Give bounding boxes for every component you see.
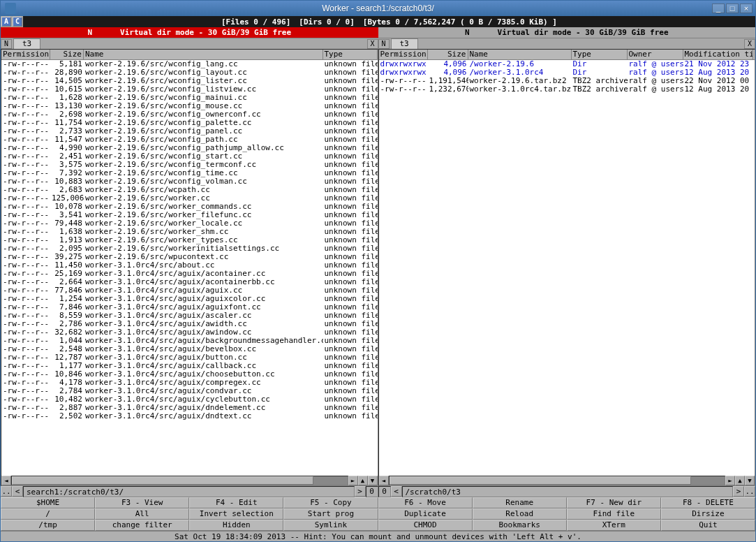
table-row[interactable]: -rw-r--r--2,683worker-2.19.6/src/wcpath.… [1,186,378,194]
cmd-xterm[interactable]: XTerm [567,520,661,531]
cmd-invert-selection[interactable]: Invert selection [189,508,283,520]
right-file-list[interactable]: drwxrwxrwx4,096/worker-2.19.6Dirralf @ u… [379,60,755,476]
path-history-right[interactable]: .. [744,486,755,497]
cmd-chmod[interactable]: CHMOD [378,520,473,531]
cmd-all[interactable]: All [95,508,189,520]
close-tab-right[interactable]: X [744,39,755,49]
scroll-down-icon[interactable]: ▼ [368,476,378,485]
cmd-find-file[interactable]: Find file [567,508,661,520]
table-row[interactable]: -rw-r--r--10,078worker-2.19.6/src/worker… [1,203,378,211]
path-back-right[interactable]: < [391,486,402,497]
close-button[interactable]: × [740,3,753,13]
table-row[interactable]: -rw-r--r--13,130worker-2.19.6/src/wconfi… [1,102,378,110]
path-back-left[interactable]: < [12,486,23,497]
col-size[interactable]: Size [428,50,468,59]
cmd-f4-edit[interactable]: F4 - Edit [189,497,283,508]
table-row[interactable]: -rw-r--r--3,541worker-2.19.6/src/worker_… [1,211,378,219]
table-row[interactable]: -rw-r--r--79,448worker-2.19.6/src/worker… [1,219,378,228]
col-type[interactable]: Type [572,50,628,59]
col-modification[interactable]: Modification ti [683,50,753,59]
table-row[interactable]: -rw-r--r--1,254worker-3.1.0rc4/src/aguix… [1,295,378,303]
table-row[interactable]: -rw-r--r--2,733worker-2.19.6/src/wconfig… [1,127,378,136]
close-tab-left[interactable]: X [367,39,378,49]
path-input-right[interactable] [402,486,734,497]
table-row[interactable]: -rw-r--r--2,095worker-2.19.6/src/workeri… [1,244,378,253]
table-row[interactable]: -rw-r--r--2,451worker-2.19.6/src/wconfig… [1,152,378,161]
left-file-list[interactable]: -rw-r--r--5,181worker-2.19.6/src/wconfig… [1,60,378,476]
table-row[interactable]: -rw-r--r--7,392worker-2.19.6/src/wconfig… [1,169,378,177]
cmd-hidden[interactable]: Hidden [189,520,283,531]
tab-left[interactable]: t3 [13,38,40,49]
table-row[interactable]: -rw-r--r--1,177worker-3.1.0rc4/src/aguix… [1,362,378,370]
scroll-h-left[interactable] [11,476,348,485]
table-row[interactable]: -rw-r--r--2,664worker-3.1.0rc4/src/aguix… [1,278,378,286]
new-tab-left[interactable]: N [1,39,12,49]
table-row[interactable]: -rw-r--r--11,754worker-2.19.6/src/wconfi… [1,119,378,127]
path-input-left[interactable] [23,486,355,497]
table-row[interactable]: drwxrwxrwx4,096/worker-3.1.0rc4Dirralf @… [379,68,755,77]
col-type[interactable]: Type [323,50,378,59]
cmd--tmp[interactable]: /tmp [1,520,95,531]
table-row[interactable]: -rw-r--r--2,887worker-3.1.0rc4/src/aguix… [1,404,378,412]
table-row[interactable]: -rw-r--r--10,482worker-3.1.0rc4/src/agui… [1,395,378,404]
col-permission[interactable]: Permission [1,50,50,59]
col-permission[interactable]: Permission [379,50,428,59]
col-name[interactable]: Name [468,50,572,59]
table-row[interactable]: -rw-r--r--4,990worker-2.19.6/src/wconfig… [1,144,378,152]
cmd-f6-move[interactable]: F6 - Move [378,497,473,508]
table-row[interactable]: -rw-r--r--1,191,546worker-2.19.6.tar.bz2… [379,77,755,85]
cmd-f7-new-dir[interactable]: F7 - New dir [567,497,661,508]
new-tab-right[interactable]: N [378,39,390,49]
cmd-f8-delete[interactable]: F8 - DELETE [661,497,755,508]
cmd-reload[interactable]: Reload [473,508,567,520]
table-row[interactable]: -rw-r--r--2,502worker-3.1.0rc4/src/aguix… [1,412,378,420]
table-row[interactable]: -rw-r--r--28,890worker-2.19.6/src/wconfi… [1,68,378,77]
table-row[interactable]: -rw-r--r--2,786worker-3.1.0rc4/src/aguix… [1,320,378,328]
table-row[interactable]: -rw-r--r--1,232,670worker-3.1.0rc4.tar.b… [379,85,755,94]
table-row[interactable]: -rw-r--r--1,638worker-2.19.6/src/worker_… [1,228,378,236]
table-row[interactable]: -rw-r--r--8,559worker-3.1.0rc4/src/aguix… [1,312,378,320]
col-size[interactable]: Size [50,50,84,59]
cmd-symlink[interactable]: Symlink [283,520,378,531]
about-button[interactable]: A [1,17,11,27]
table-row[interactable]: -rw-r--r--1,913worker-2.19.6/src/worker_… [1,236,378,244]
table-row[interactable]: -rw-r--r--2,548worker-3.1.0rc4/src/aguix… [1,345,378,353]
cmd-bookmarks[interactable]: Bookmarks [473,520,567,531]
maximize-button[interactable]: □ [726,3,739,13]
cmd-start-prog[interactable]: Start prog [283,508,378,520]
col-owner[interactable]: Owner [628,50,683,59]
cmd-change-filter[interactable]: change filter [95,520,189,531]
scroll-right-icon[interactable]: ► [725,476,735,485]
table-row[interactable]: -rw-r--r--3,575worker-2.19.6/src/wconfig… [1,161,378,169]
table-row[interactable]: -rw-r--r--39,275worker-2.19.6/src/wpucon… [1,253,378,261]
scroll-left-icon[interactable]: ◄ [379,476,389,485]
config-button[interactable]: C [13,17,22,27]
cmd--[interactable]: / [1,508,95,520]
cmd--home[interactable]: $HOME [1,497,95,508]
table-row[interactable]: -rw-r--r--32,682worker-3.1.0rc4/src/agui… [1,328,378,337]
cmd-f5-copy[interactable]: F5 - Copy [283,497,378,508]
table-row[interactable]: -rw-r--r--125,006worker-2.19.6/src/worke… [1,194,378,203]
table-row[interactable]: -rw-r--r--1,044worker-3.1.0rc4/src/aguix… [1,337,378,345]
table-row[interactable]: -rw-r--r--12,787worker-3.1.0rc4/src/agui… [1,353,378,362]
cmd-f3-view[interactable]: F3 - View [95,497,189,508]
table-row[interactable]: -rw-r--r--11,450worker-3.1.0rc4/src/abou… [1,261,378,270]
scroll-down-icon[interactable]: ▼ [745,476,755,485]
scroll-left-icon[interactable]: ◄ [1,476,11,485]
minimize-button[interactable]: _ [712,3,725,13]
table-row[interactable]: drwxrwxrwx4,096/worker-2.19.6Dirralf @ u… [379,60,755,68]
table-row[interactable]: -rw-r--r--2,784worker-3.1.0rc4/src/aguix… [1,387,378,395]
cmd-dirsize[interactable]: Dirsize [661,508,755,520]
scroll-up-icon[interactable]: ▲ [735,476,745,485]
table-row[interactable]: -rw-r--r--10,883worker-2.19.6/src/wconfi… [1,177,378,186]
table-row[interactable]: -rw-r--r--4,178worker-3.1.0rc4/src/aguix… [1,379,378,387]
table-row[interactable]: -rw-r--r--77,846worker-3.1.0rc4/src/agui… [1,286,378,295]
table-row[interactable]: -rw-r--r--1,628worker-2.19.6/src/wconfig… [1,94,378,102]
col-name[interactable]: Name [84,50,323,59]
table-row[interactable]: -rw-r--r--14,505worker-2.19.6/src/wconfi… [1,77,378,85]
table-row[interactable]: -rw-r--r--11,547worker-2.19.6/src/wconfi… [1,136,378,144]
scroll-h-right[interactable] [389,476,726,485]
path-forward-left[interactable]: > [355,486,366,497]
path-history-left[interactable]: .. [1,486,12,497]
cmd-quit[interactable]: Quit [661,520,755,531]
